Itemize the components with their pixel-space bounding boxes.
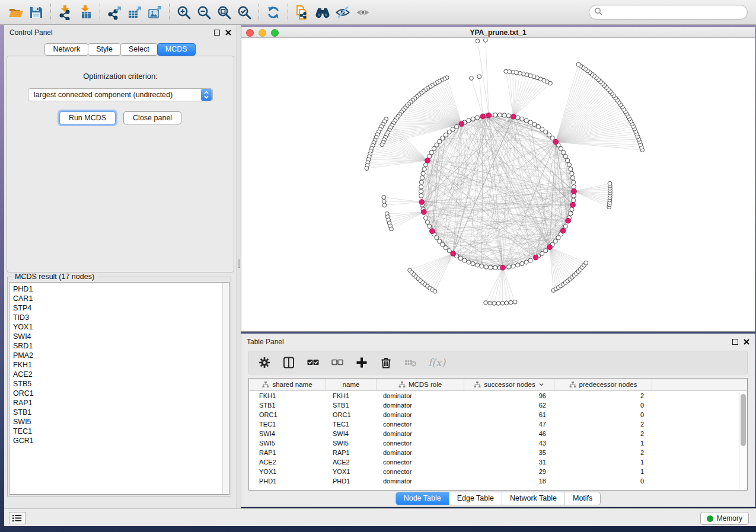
- tab-mcds[interactable]: MCDS: [157, 43, 196, 56]
- mcds-list-scrollbar[interactable]: [222, 283, 229, 494]
- graph-node[interactable]: [563, 155, 567, 159]
- graph-hub-node[interactable]: [533, 255, 538, 260]
- export-table-icon[interactable]: [125, 2, 145, 23]
- graph-node[interactable]: [556, 236, 560, 240]
- graph-node[interactable]: [458, 256, 462, 260]
- graph-hub-node[interactable]: [451, 251, 456, 257]
- table-row[interactable]: STB1STB1dominator620: [249, 400, 739, 410]
- export-image-icon[interactable]: [145, 2, 165, 23]
- column-header-name[interactable]: name: [326, 379, 377, 390]
- mcds-result-item[interactable]: RAP1: [13, 398, 229, 408]
- graph-satellite-node[interactable]: [505, 301, 509, 305]
- graph-node[interactable]: [425, 220, 429, 224]
- graph-node[interactable]: [421, 171, 425, 175]
- tab-select[interactable]: Select: [120, 43, 158, 56]
- mcds-result-item[interactable]: STP4: [13, 303, 229, 313]
- float-panel-icon[interactable]: [214, 30, 220, 36]
- graph-node[interactable]: [451, 127, 455, 132]
- table-scrollbar[interactable]: [739, 391, 747, 490]
- graph-node[interactable]: [528, 120, 532, 124]
- open-file-icon[interactable]: [6, 2, 26, 23]
- graph-satellite-node[interactable]: [484, 39, 488, 42]
- graph-satellite-node[interactable]: [488, 301, 492, 305]
- graph-hub-node[interactable]: [500, 265, 506, 270]
- mcds-result-item[interactable]: TEC1: [13, 427, 229, 436]
- graph-satellite-node[interactable]: [380, 143, 384, 147]
- graph-node[interactable]: [572, 185, 576, 189]
- graph-satellite-node[interactable]: [584, 261, 588, 265]
- graph-satellite-node[interactable]: [470, 76, 474, 81]
- graph-node[interactable]: [428, 224, 432, 228]
- graph-node[interactable]: [562, 150, 566, 155]
- import-network-icon[interactable]: [55, 2, 75, 23]
- graph-satellite-node[interactable]: [504, 69, 508, 73]
- close-panel-icon[interactable]: [744, 339, 749, 345]
- refresh-view-icon[interactable]: [263, 2, 283, 23]
- graph-satellite-node[interactable]: [500, 301, 505, 305]
- graph-node[interactable]: [502, 113, 506, 117]
- graph-node[interactable]: [547, 133, 551, 137]
- graph-node[interactable]: [569, 211, 573, 216]
- graph-satellite-node[interactable]: [477, 75, 481, 79]
- graph-hub-node[interactable]: [553, 139, 559, 145]
- table-row[interactable]: ACE2ACE2connector311: [249, 457, 739, 467]
- tab-motifs[interactable]: Motifs: [564, 492, 600, 505]
- graph-node[interactable]: [566, 158, 570, 162]
- mcds-result-item[interactable]: CAR1: [13, 294, 229, 303]
- memory-button[interactable]: Memory: [700, 512, 749, 525]
- graph-node[interactable]: [540, 127, 544, 132]
- graph-hub-node[interactable]: [511, 114, 516, 120]
- mcds-result-item[interactable]: FKH1: [13, 360, 229, 370]
- graph-node[interactable]: [484, 265, 488, 269]
- graph-node[interactable]: [475, 263, 479, 267]
- graph-satellite-node[interactable]: [433, 289, 437, 293]
- graph-node[interactable]: [563, 224, 567, 228]
- graph-node[interactable]: [444, 246, 448, 250]
- graph-node[interactable]: [493, 265, 497, 270]
- mcds-result-item[interactable]: SRD1: [13, 341, 229, 351]
- graph-node[interactable]: [524, 118, 528, 123]
- graph-hub-node[interactable]: [570, 203, 576, 208]
- table-row[interactable]: YOX1YOX1connector291: [249, 467, 739, 476]
- import-table-icon[interactable]: [75, 2, 95, 23]
- graph-node[interactable]: [471, 262, 475, 266]
- graph-hub-node[interactable]: [422, 210, 427, 215]
- graph-satellite-node[interactable]: [484, 301, 488, 305]
- network-graph[interactable]: [241, 39, 755, 331]
- graph-hub-node[interactable]: [430, 229, 435, 234]
- graph-node[interactable]: [435, 143, 439, 147]
- graph-satellite-node[interactable]: [608, 181, 612, 185]
- table-row[interactable]: PHD1PHD1dominator180: [249, 476, 739, 486]
- criterion-select[interactable]: largest connected component (undirected): [28, 88, 213, 101]
- mcds-result-item[interactable]: PHD1: [13, 284, 229, 294]
- run-mcds-button[interactable]: Run MCDS: [59, 111, 116, 124]
- graph-node[interactable]: [422, 167, 426, 171]
- graph-node[interactable]: [506, 265, 511, 269]
- graph-node[interactable]: [559, 146, 563, 150]
- graph-satellite-node[interactable]: [576, 62, 580, 66]
- tab-network-table[interactable]: Network Table: [502, 492, 564, 505]
- graph-node[interactable]: [520, 262, 524, 266]
- mcds-result-item[interactable]: ACE2: [13, 370, 229, 379]
- mcds-result-item[interactable]: YOX1: [13, 322, 229, 332]
- graph-node[interactable]: [497, 113, 502, 117]
- column-header-shared-name[interactable]: shared name: [249, 379, 326, 390]
- graph-satellite-node[interactable]: [496, 302, 500, 306]
- hide-selected-icon[interactable]: [333, 2, 353, 23]
- mcds-result-item[interactable]: GCR1: [13, 436, 229, 446]
- graph-node[interactable]: [570, 171, 574, 175]
- first-neighbors-icon[interactable]: [312, 2, 333, 23]
- graph-node[interactable]: [532, 122, 537, 126]
- graph-node[interactable]: [528, 258, 532, 262]
- table-settings-gear-icon[interactable]: [258, 356, 271, 369]
- graph-hub-node[interactable]: [572, 189, 577, 194]
- graph-node[interactable]: [570, 176, 575, 180]
- graph-hub-node[interactable]: [419, 200, 425, 205]
- column-header-mcds-role[interactable]: MCDS role: [377, 379, 464, 390]
- search-input[interactable]: [602, 7, 747, 18]
- graph-node[interactable]: [475, 116, 479, 120]
- mcds-result-item[interactable]: STB5: [13, 379, 229, 389]
- graph-node[interactable]: [506, 114, 511, 118]
- graph-node[interactable]: [544, 249, 548, 253]
- table-row[interactable]: ORC1ORC1dominator610: [249, 410, 739, 419]
